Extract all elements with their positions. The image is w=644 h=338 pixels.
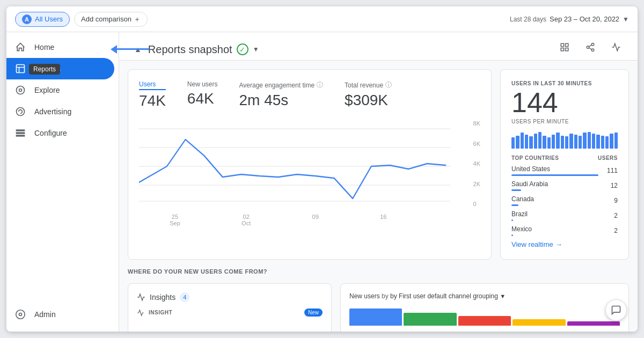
analytics-icon-button[interactable]	[608, 39, 625, 56]
chat-fab-button[interactable]	[605, 299, 627, 321]
mini-bar	[605, 136, 609, 149]
mini-bar	[543, 136, 546, 149]
svg-rect-6	[17, 130, 25, 131]
mini-bar	[529, 136, 532, 149]
date-prefix: Last 28 days	[510, 16, 546, 23]
chart-x-labels: 25Sep 02Oct 09 16	[139, 214, 480, 226]
sidebar-item-configure[interactable]: Configure	[6, 122, 114, 144]
top-bar: A All Users Add comparison ＋ Last 28 day…	[6, 6, 638, 32]
metrics-chart-card: Users 74K New users 64K Average engageme…	[128, 69, 492, 260]
revenue-info-icon[interactable]: ⓘ	[385, 80, 392, 90]
mini-bar	[547, 137, 551, 149]
configure-icon	[15, 128, 26, 138]
insight-section-label: INSIGHT	[149, 310, 172, 315]
sidebar-item-configure-label: Configure	[34, 129, 67, 137]
mini-bar	[565, 136, 568, 149]
mini-bar	[556, 133, 559, 149]
sidebar-item-explore[interactable]: Explore	[6, 79, 114, 101]
countries-list: United States 111 Saudi Arabia 12 Canada…	[511, 165, 618, 236]
metric-revenue-label[interactable]: Total revenue ⓘ	[345, 80, 392, 90]
svg-point-9	[19, 313, 22, 316]
country-name: Saudi Arabia	[511, 180, 598, 188]
sidebar-item-home[interactable]: Home	[6, 36, 114, 58]
metric-engagement-label[interactable]: Average engagement time ⓘ	[239, 80, 324, 90]
metric-engagement: Average engagement time ⓘ 2m 45s	[239, 80, 324, 109]
sidebar-item-explore-label: Explore	[34, 86, 60, 94]
sidebar-item-home-label: Home	[34, 43, 54, 52]
metrics-chart-row: Users 74K New users 64K Average engageme…	[128, 69, 629, 260]
sidebar-item-advertising-label: Advertising	[34, 107, 71, 116]
mini-bar	[601, 136, 604, 149]
engagement-info-icon[interactable]: ⓘ	[317, 80, 323, 90]
main-layout: Home Reports Reports Explore Advertising	[6, 32, 638, 332]
segment-label: All Users	[35, 15, 63, 23]
country-row: Canada 9	[511, 195, 618, 206]
insights-count-badge: 4	[180, 292, 189, 302]
segment-pill[interactable]: A All Users	[15, 12, 70, 27]
svg-rect-0	[17, 65, 25, 73]
country-bar	[511, 204, 518, 206]
date-value[interactable]: Sep 23 – Oct 20, 2022	[550, 15, 619, 23]
country-bar	[511, 219, 513, 221]
line-chart	[139, 118, 464, 204]
insight-new-badge: New	[304, 308, 323, 317]
metric-new-users-label[interactable]: New users	[187, 80, 218, 88]
reports-icon	[15, 63, 26, 74]
insight-row-icon	[137, 309, 144, 317]
mini-bar	[588, 132, 591, 149]
chart-x-item-5	[448, 214, 450, 226]
where-new-users-label: WHERE DO YOUR NEW USERS COME FROM?	[128, 268, 629, 275]
new-users-card: New users by by First user default chann…	[340, 283, 629, 332]
metric-users-label[interactable]: Users	[139, 80, 166, 90]
new-users-chevron-icon[interactable]: ▼	[500, 293, 506, 299]
mini-bar	[552, 135, 555, 149]
insights-title: Insights	[150, 293, 175, 302]
country-row: Brazil 2	[511, 210, 618, 221]
country-name: United States	[511, 165, 598, 173]
mini-bar	[525, 135, 528, 149]
svg-point-16	[591, 49, 594, 52]
segment-dot: A	[22, 14, 32, 24]
date-range: Last 28 days Sep 23 – Oct 20, 2022 ▼	[510, 15, 629, 23]
edit-icon-button[interactable]	[556, 39, 573, 56]
content-header-right	[556, 39, 625, 60]
svg-rect-13	[566, 48, 568, 51]
add-comparison-button[interactable]: Add comparison ＋	[74, 12, 148, 27]
country-name: Brazil	[511, 210, 598, 218]
svg-line-18	[589, 45, 591, 47]
mini-bar	[596, 135, 599, 149]
date-chevron-icon[interactable]: ▼	[623, 16, 629, 23]
sidebar-item-reports[interactable]: Reports	[6, 58, 114, 79]
svg-point-3	[17, 86, 25, 94]
country-bar-container: Mexico	[511, 225, 598, 236]
insight-row: INSIGHT New	[137, 308, 323, 317]
country-name: Canada	[511, 195, 598, 203]
country-value: 2	[603, 212, 618, 219]
content-scroll: Users 74K New users 64K Average engageme…	[119, 61, 638, 332]
chart-x-item-4: 16	[380, 214, 386, 226]
new-users-bar	[567, 321, 620, 326]
realtime-number: 144	[511, 89, 618, 116]
metric-users: Users 74K	[139, 80, 166, 109]
view-realtime-link[interactable]: View realtime →	[511, 240, 618, 248]
sidebar-item-advertising[interactable]: Advertising	[6, 101, 114, 122]
users-header-label: USERS	[598, 155, 618, 161]
country-value: 9	[603, 197, 618, 204]
chart-x-item-2: 02Oct	[241, 214, 251, 226]
new-users-subtitle: New users by by First user default chann…	[349, 292, 620, 300]
share-icon-button[interactable]	[582, 39, 599, 56]
svg-point-14	[591, 43, 594, 46]
svg-rect-8	[17, 135, 25, 136]
country-bar-container: Saudi Arabia	[511, 180, 598, 191]
chart-y-labels: 8K6K4K2K0	[473, 118, 480, 209]
svg-point-5	[17, 108, 25, 116]
metrics-row: Users 74K New users 64K Average engageme…	[139, 80, 480, 109]
sidebar-tooltip: Reports	[29, 64, 60, 75]
new-users-bar	[349, 308, 402, 326]
new-users-bar	[458, 316, 511, 326]
metric-users-value: 74K	[139, 92, 166, 109]
realtime-card: USERS IN LAST 30 MINUTES 144 USERS PER M…	[500, 69, 629, 260]
country-bar	[511, 234, 513, 236]
sidebar-item-admin[interactable]: Admin	[6, 304, 114, 325]
title-chevron-icon[interactable]: ▼	[253, 46, 259, 53]
